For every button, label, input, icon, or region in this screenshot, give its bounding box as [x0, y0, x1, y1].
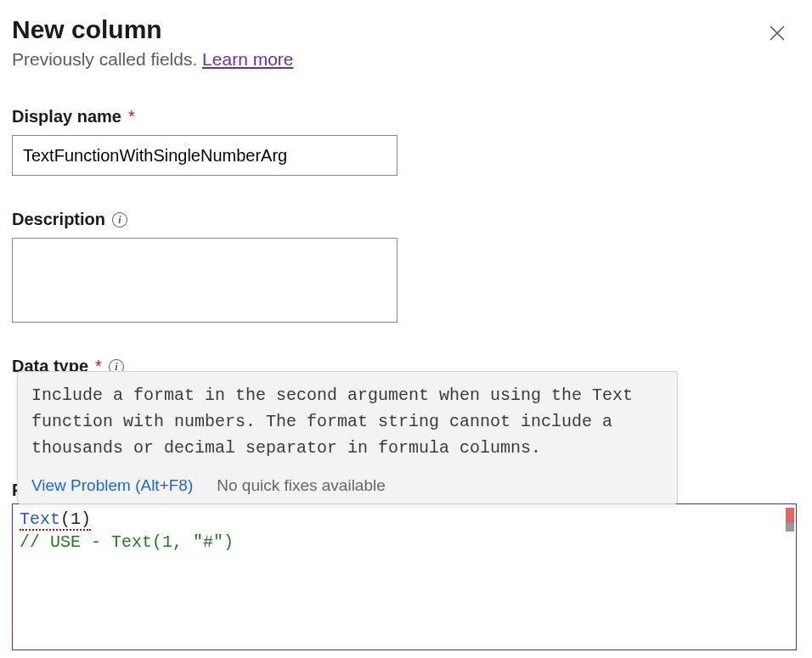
formula-function-name: Text — [20, 509, 60, 529]
panel-subtitle: Previously called fields. Learn more — [12, 49, 294, 70]
error-marker-icon — [786, 508, 794, 523]
learn-more-link[interactable]: Learn more — [202, 49, 293, 69]
panel-title: New column — [12, 15, 294, 44]
info-icon[interactable]: i — [112, 212, 127, 228]
view-problem-link[interactable]: View Problem (Alt+F8) — [31, 476, 193, 495]
display-name-label: Display name * — [12, 107, 800, 127]
required-marker: * — [128, 107, 135, 127]
subtitle-text: Previously called fields. — [12, 49, 202, 69]
tooltip-message: Include a format in the second argument … — [18, 372, 677, 470]
close-icon — [768, 24, 787, 42]
close-button[interactable] — [759, 20, 795, 51]
formula-editor[interactable]: Text(1) // USE - Text(1, "#") — [12, 503, 797, 650]
description-input[interactable] — [12, 238, 398, 323]
description-label-text: Description — [12, 210, 105, 229]
display-name-label-text: Display name — [12, 107, 121, 127]
no-fixes-text: No quick fixes available — [217, 476, 386, 495]
formula-arg: 1 — [70, 509, 81, 529]
description-label: Description i — [12, 210, 800, 229]
display-name-input[interactable] — [12, 135, 398, 176]
formula-line-1: Text(1) — [20, 509, 789, 531]
error-tooltip: Include a format in the second argument … — [17, 371, 678, 504]
formula-comment: // USE - Text(1, "#") — [20, 532, 789, 552]
scrollbar-thumb[interactable] — [786, 523, 794, 531]
